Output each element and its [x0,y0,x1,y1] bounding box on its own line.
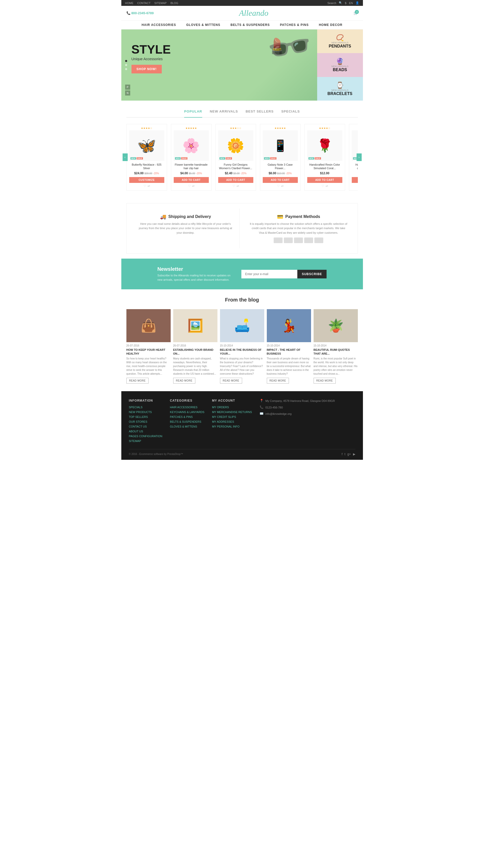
footer-link-pages-config[interactable]: PAGES CONFIGURATION [129,435,163,438]
tab-new-arrivals[interactable]: NEW ARRIVALS [210,108,238,115]
compare-icon-5[interactable]: ⇌ [325,184,328,188]
product-card-5: ★★★★☆ 🌹 NEW SALE Handcrafted Resin Color… [305,124,345,190]
footer-link-about-us[interactable]: ABOUT US [129,430,143,433]
wishlist-icon-3[interactable]: ♡ [232,184,235,188]
footer-personal-info[interactable]: MY PERSONAL INFO [212,425,239,428]
footer-link-new-products[interactable]: NEW PRODUCTS [129,410,152,413]
product-card-3: ★★★☆☆ 🌼 NEW SALE Funny Girl Designs Wome… [216,124,256,190]
footer-link-specials[interactable]: SPECIALS [129,406,143,409]
nav-sitemap[interactable]: SITEMAP [154,2,167,5]
footer-cat-hair[interactable]: HAIR ACCESSORIES [170,406,197,409]
tab-popular[interactable]: POPULAR [184,108,202,118]
nav-gloves-mittens[interactable]: GLOVES & MITTENS [186,23,220,27]
footer-addresses[interactable]: MY ADDRESSES [212,420,234,423]
badge-new-1: NEW [131,157,136,159]
slider-dot-1[interactable] [125,60,127,62]
search-icon[interactable]: 🔍 [339,1,342,5]
footer-link-sitemap[interactable]: SITEMAP [129,439,141,442]
read-more-button-3[interactable]: READ MORE [220,378,242,383]
wishlist-icon-2[interactable]: ♡ [188,184,191,188]
hero-side-bracelets[interactable]: ⌚ New arrivals BRACELETS [317,77,363,101]
product-3-name: Funny Girl Designs Women's Claribel Flow… [218,163,253,170]
add-to-cart-button-4[interactable]: ADD TO CART [263,177,298,183]
footer-link-our-stores[interactable]: OUR STORES [129,420,147,423]
product-2-stars: ★★★★★ [174,127,209,129]
add-to-cart-button-5[interactable]: ADD TO CART [307,177,342,183]
footer-my-orders[interactable]: MY ORDERS [212,406,229,409]
nav-home[interactable]: HOME [125,2,134,5]
compare-icon-2[interactable]: ⇌ [192,184,195,188]
slider-next-button[interactable]: N [125,90,130,95]
compare-icon-1[interactable]: ⇌ [147,184,150,188]
blog-icon-3: 🛋️ [234,318,250,333]
site-logo[interactable]: Alleando [239,8,268,18]
read-more-button-4[interactable]: READ MORE [267,378,289,383]
price-old-1: $30.00 [144,172,152,175]
currency-selector[interactable]: $ [345,2,346,5]
product-4-badges: NEW SALE [264,157,277,159]
product-3-price: $2.40 $3.00 -20% [218,172,253,175]
newsletter-email-input[interactable] [241,270,297,278]
pendant-title: PENDANTS [329,44,351,49]
carousel-prev-arrow[interactable]: ‹ [122,153,128,161]
product-card-1: ★★★★☆ 🦋 NEW SALE Butterfly Necklace - 92… [126,124,167,190]
tab-specials[interactable]: SPECIALS [281,108,300,115]
language-selector[interactable]: EN [349,2,353,5]
hero-subtitle: Unique Accessories [132,57,190,61]
footer-cat-keychains[interactable]: KEYCHAINS & LANYARDS [170,410,204,413]
paypal-icon [304,238,313,243]
newsletter-subscribe-button[interactable]: SUBSCRIBE [297,270,327,278]
youtube-icon[interactable]: ▶ [353,453,355,456]
compare-icon-3[interactable]: ⇌ [236,184,239,188]
read-more-button-5[interactable]: READ MORE [314,378,336,383]
nav-hair-accessories[interactable]: HAIR ACCESSORIES [142,23,176,27]
nav-home-decor[interactable]: HOME DECOR [319,23,343,27]
wishlist-icon-1[interactable]: ♡ [143,184,146,188]
product-6-stars: ★★★★☆ [352,127,358,129]
products-grid: ★★★★☆ 🦋 NEW SALE Butterfly Necklace - 92… [126,124,358,190]
facebook-icon[interactable]: f [342,453,342,456]
footer-phone: 📞 0123-456-780 [260,405,335,410]
nav-contact[interactable]: CONTACT [137,2,150,5]
product-5-stars: ★★★★☆ [307,127,342,129]
footer-merchandise-returns[interactable]: MY MERCHANDISE RETURNS [212,410,252,413]
product-5-name: Handcrafted Resin Color Simulated Coral.… [307,163,342,170]
footer-link-top-sellers[interactable]: TOP SELLERS [129,415,148,418]
products-section: POPULAR NEW ARRIVALS BEST SELLERS SPECIA… [121,101,363,198]
footer-cat-patches[interactable]: PATCHES & PINS [170,415,193,418]
nav-patches-pins[interactable]: PATCHES & PINS [280,23,309,27]
add-to-cart-button-3[interactable]: ADD TO CART [218,177,253,183]
slider-prev-button[interactable]: P [125,85,130,90]
read-more-button-2[interactable]: READ MORE [173,378,195,383]
nav-belts-suspenders[interactable]: BELTS & SUSPENDERS [230,23,269,27]
hero-side-pendants[interactable]: 📿 New arrivals PENDANTS [317,29,363,53]
googleplus-icon[interactable]: g+ [347,453,351,456]
cart-count: 0 [355,10,359,14]
hero-shop-button[interactable]: SHOP NOW! [132,65,162,73]
slider-dot-3[interactable] [125,68,127,70]
footer-cat-gloves[interactable]: GLOVES & MITTENS [170,425,197,428]
read-more-button-1[interactable]: READ MORE [126,378,148,383]
product-6-name: Handmade suede and cotton soft toy lamb [352,163,358,170]
nav-blog[interactable]: BLOG [170,2,178,5]
user-icon[interactable]: 👤 [355,1,359,5]
footer-information-links: SPECIALS NEW PRODUCTS TOP SELLERS OUR ST… [129,405,163,443]
footer-cat-belts[interactable]: BELTS & SUSPENDERS [170,420,201,423]
compare-icon-4[interactable]: ⇌ [281,184,284,188]
carousel-next-arrow[interactable]: › [357,153,362,161]
customize-button-1[interactable]: CUSTOMIZE [129,177,164,183]
add-to-cart-button-6[interactable]: ADD TO CART [352,177,358,183]
twitter-icon[interactable]: t [344,453,345,456]
amex-icon [294,238,303,243]
add-to-cart-button-2[interactable]: ADD TO CART [174,177,209,183]
hero-side-beads[interactable]: 🔮 New arrivals BEADS [317,53,363,77]
tab-best-sellers[interactable]: BEST SELLERS [246,108,274,115]
slider-dot-2[interactable] [125,64,127,66]
cart-button[interactable]: 🛒 0 [353,11,358,15]
footer-credit-slips[interactable]: MY CREDIT SLIPS [212,415,236,418]
wishlist-icon-4[interactable]: ♡ [277,184,280,188]
footer-link-contact[interactable]: CONTACT US [129,425,147,428]
footer-account-links: MY ORDERS MY MERCHANDISE RETURNS MY CRED… [212,405,252,428]
blog-icon-5: 🪴 [328,318,344,333]
wishlist-icon-5[interactable]: ♡ [321,184,324,188]
